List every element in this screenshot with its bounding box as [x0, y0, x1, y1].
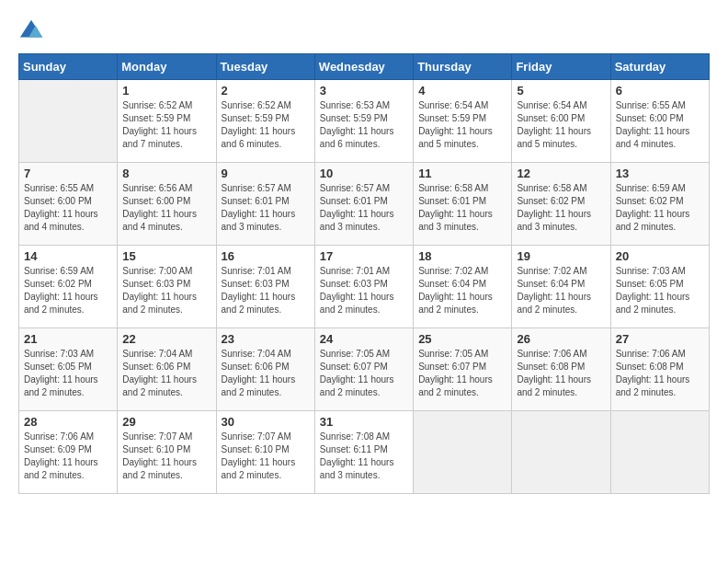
calendar-cell: 5Sunrise: 6:54 AM Sunset: 6:00 PM Daylig…	[512, 80, 610, 163]
calendar-cell	[414, 411, 512, 494]
day-info: Sunrise: 6:57 AM Sunset: 6:01 PM Dayligh…	[222, 182, 310, 234]
day-info: Sunrise: 6:54 AM Sunset: 6:00 PM Dayligh…	[517, 99, 605, 151]
calendar-cell: 31Sunrise: 7:08 AM Sunset: 6:11 PM Dayli…	[314, 411, 413, 494]
day-info: Sunrise: 6:56 AM Sunset: 6:00 PM Dayligh…	[122, 182, 210, 234]
calendar-cell: 21Sunrise: 7:03 AM Sunset: 6:05 PM Dayli…	[19, 328, 118, 411]
calendar-cell: 29Sunrise: 7:07 AM Sunset: 6:10 PM Dayli…	[118, 411, 216, 494]
day-info: Sunrise: 7:02 AM Sunset: 6:04 PM Dayligh…	[517, 265, 605, 316]
day-number: 23	[222, 332, 310, 346]
calendar-cell	[19, 80, 118, 163]
calendar-table: SundayMondayTuesdayWednesdayThursdayFrid…	[18, 53, 710, 494]
day-info: Sunrise: 7:03 AM Sunset: 6:05 PM Dayligh…	[616, 265, 704, 316]
calendar-week-4: 21Sunrise: 7:03 AM Sunset: 6:05 PM Dayli…	[19, 328, 710, 411]
day-number: 18	[418, 249, 506, 263]
day-info: Sunrise: 6:59 AM Sunset: 6:02 PM Dayligh…	[24, 265, 112, 316]
day-number: 4	[418, 84, 506, 98]
day-number: 21	[24, 332, 112, 346]
day-number: 20	[616, 249, 704, 263]
calendar-cell: 4Sunrise: 6:54 AM Sunset: 5:59 PM Daylig…	[414, 80, 512, 163]
day-info: Sunrise: 7:04 AM Sunset: 6:06 PM Dayligh…	[122, 348, 210, 399]
day-header-wednesday: Wednesday	[314, 54, 413, 80]
calendar-cell	[512, 411, 610, 494]
day-number: 13	[616, 167, 704, 180]
day-number: 16	[222, 249, 310, 263]
day-number: 30	[222, 415, 310, 429]
calendar-header-row: SundayMondayTuesdayWednesdayThursdayFrid…	[19, 54, 710, 80]
calendar-cell: 3Sunrise: 6:53 AM Sunset: 5:59 PM Daylig…	[314, 80, 413, 163]
day-info: Sunrise: 6:52 AM Sunset: 5:59 PM Dayligh…	[122, 99, 210, 151]
calendar-cell: 24Sunrise: 7:05 AM Sunset: 6:07 PM Dayli…	[314, 328, 413, 411]
day-info: Sunrise: 6:59 AM Sunset: 6:02 PM Dayligh…	[616, 182, 704, 234]
day-info: Sunrise: 7:04 AM Sunset: 6:06 PM Dayligh…	[222, 348, 310, 399]
calendar-week-2: 7Sunrise: 6:55 AM Sunset: 6:00 PM Daylig…	[19, 163, 710, 246]
day-number: 19	[517, 249, 605, 263]
day-info: Sunrise: 7:05 AM Sunset: 6:07 PM Dayligh…	[320, 348, 408, 399]
calendar-cell: 13Sunrise: 6:59 AM Sunset: 6:02 PM Dayli…	[610, 163, 709, 246]
day-info: Sunrise: 6:55 AM Sunset: 6:00 PM Dayligh…	[24, 182, 112, 234]
calendar-cell: 8Sunrise: 6:56 AM Sunset: 6:00 PM Daylig…	[118, 163, 216, 246]
day-number: 15	[122, 249, 210, 263]
day-number: 26	[517, 332, 605, 346]
day-number: 24	[320, 332, 408, 346]
calendar-cell: 19Sunrise: 7:02 AM Sunset: 6:04 PM Dayli…	[512, 246, 610, 328]
calendar-cell: 25Sunrise: 7:05 AM Sunset: 6:07 PM Dayli…	[414, 328, 512, 411]
day-number: 17	[320, 249, 408, 263]
calendar-cell: 7Sunrise: 6:55 AM Sunset: 6:00 PM Daylig…	[19, 163, 118, 246]
calendar-cell: 2Sunrise: 6:52 AM Sunset: 5:59 PM Daylig…	[216, 80, 314, 163]
calendar-week-1: 1Sunrise: 6:52 AM Sunset: 5:59 PM Daylig…	[19, 80, 710, 163]
calendar-cell	[610, 411, 709, 494]
calendar-cell: 20Sunrise: 7:03 AM Sunset: 6:05 PM Dayli…	[610, 246, 709, 328]
day-number: 11	[418, 167, 506, 180]
day-info: Sunrise: 6:58 AM Sunset: 6:01 PM Dayligh…	[418, 182, 506, 234]
day-header-thursday: Thursday	[414, 54, 512, 80]
logo-icon	[18, 18, 44, 44]
day-info: Sunrise: 6:52 AM Sunset: 5:59 PM Dayligh…	[222, 99, 310, 151]
day-number: 8	[122, 167, 210, 180]
calendar-cell: 11Sunrise: 6:58 AM Sunset: 6:01 PM Dayli…	[414, 163, 512, 246]
calendar-cell: 27Sunrise: 7:06 AM Sunset: 6:08 PM Dayli…	[610, 328, 709, 411]
calendar-cell: 30Sunrise: 7:07 AM Sunset: 6:10 PM Dayli…	[216, 411, 314, 494]
calendar-cell: 1Sunrise: 6:52 AM Sunset: 5:59 PM Daylig…	[118, 80, 216, 163]
calendar-cell: 26Sunrise: 7:06 AM Sunset: 6:08 PM Dayli…	[512, 328, 610, 411]
day-header-monday: Monday	[118, 54, 216, 80]
day-number: 9	[222, 167, 310, 180]
day-info: Sunrise: 6:53 AM Sunset: 5:59 PM Dayligh…	[320, 99, 408, 151]
day-info: Sunrise: 7:03 AM Sunset: 6:05 PM Dayligh…	[24, 348, 112, 399]
day-info: Sunrise: 7:06 AM Sunset: 6:08 PM Dayligh…	[517, 348, 605, 399]
calendar-cell: 12Sunrise: 6:58 AM Sunset: 6:02 PM Dayli…	[512, 163, 610, 246]
day-info: Sunrise: 6:54 AM Sunset: 5:59 PM Dayligh…	[418, 99, 506, 151]
calendar-cell: 14Sunrise: 6:59 AM Sunset: 6:02 PM Dayli…	[19, 246, 118, 328]
day-number: 28	[24, 415, 112, 429]
day-header-sunday: Sunday	[19, 54, 118, 80]
day-number: 6	[616, 84, 704, 98]
calendar-cell: 17Sunrise: 7:01 AM Sunset: 6:03 PM Dayli…	[314, 246, 413, 328]
day-number: 7	[24, 167, 112, 180]
day-number: 27	[616, 332, 704, 346]
day-info: Sunrise: 7:06 AM Sunset: 6:08 PM Dayligh…	[616, 348, 704, 399]
day-number: 2	[222, 84, 310, 98]
calendar-cell: 10Sunrise: 6:57 AM Sunset: 6:01 PM Dayli…	[314, 163, 413, 246]
calendar-cell: 28Sunrise: 7:06 AM Sunset: 6:09 PM Dayli…	[19, 411, 118, 494]
day-number: 3	[320, 84, 408, 98]
calendar-cell: 18Sunrise: 7:02 AM Sunset: 6:04 PM Dayli…	[414, 246, 512, 328]
day-number: 31	[320, 415, 408, 429]
day-header-saturday: Saturday	[610, 54, 709, 80]
day-info: Sunrise: 7:06 AM Sunset: 6:09 PM Dayligh…	[24, 431, 112, 482]
calendar-cell: 15Sunrise: 7:00 AM Sunset: 6:03 PM Dayli…	[118, 246, 216, 328]
day-number: 25	[418, 332, 506, 346]
day-info: Sunrise: 7:01 AM Sunset: 6:03 PM Dayligh…	[320, 265, 408, 316]
calendar-cell: 9Sunrise: 6:57 AM Sunset: 6:01 PM Daylig…	[216, 163, 314, 246]
day-info: Sunrise: 7:02 AM Sunset: 6:04 PM Dayligh…	[418, 265, 506, 316]
calendar-cell: 23Sunrise: 7:04 AM Sunset: 6:06 PM Dayli…	[216, 328, 314, 411]
calendar-cell: 16Sunrise: 7:01 AM Sunset: 6:03 PM Dayli…	[216, 246, 314, 328]
day-info: Sunrise: 7:08 AM Sunset: 6:11 PM Dayligh…	[320, 431, 408, 482]
day-info: Sunrise: 6:57 AM Sunset: 6:01 PM Dayligh…	[320, 182, 408, 234]
day-number: 1	[122, 84, 210, 98]
day-header-tuesday: Tuesday	[216, 54, 314, 80]
calendar-week-3: 14Sunrise: 6:59 AM Sunset: 6:02 PM Dayli…	[19, 246, 710, 328]
day-info: Sunrise: 7:05 AM Sunset: 6:07 PM Dayligh…	[418, 348, 506, 399]
calendar-week-5: 28Sunrise: 7:06 AM Sunset: 6:09 PM Dayli…	[19, 411, 710, 494]
day-info: Sunrise: 7:00 AM Sunset: 6:03 PM Dayligh…	[122, 265, 210, 316]
day-number: 22	[122, 332, 210, 346]
day-number: 12	[517, 167, 605, 180]
